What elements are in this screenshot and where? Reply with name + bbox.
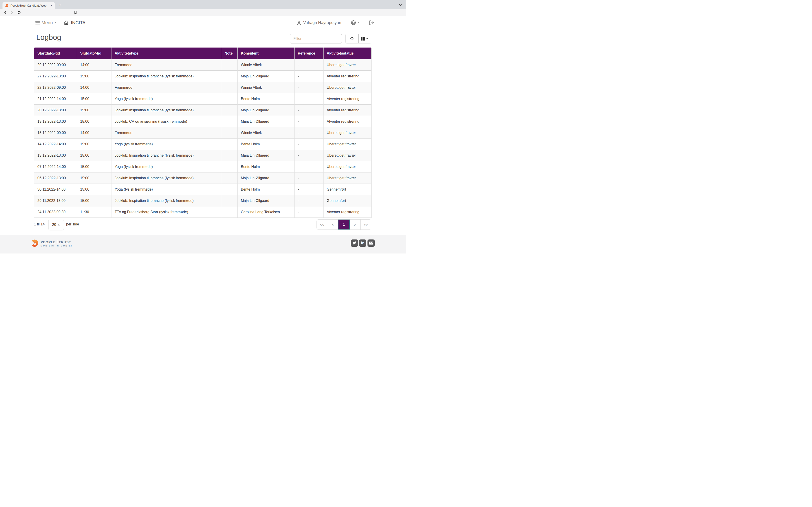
grid-icon <box>361 37 365 41</box>
browser-toolbar: incita.peopletrust.dk/candidate/?module=… <box>0 9 406 16</box>
next-page-button[interactable]: > <box>350 220 360 229</box>
tab-search-chevron-icon[interactable] <box>399 3 402 7</box>
column-header[interactable]: Reference <box>295 48 323 59</box>
table-row: 06.12.2022-13:0015:00Jobklub: Inspiratio… <box>34 172 371 184</box>
page-title: Logbog <box>36 33 61 42</box>
browser-tab[interactable]: PeopleTrust CandidateWeb × <box>2 2 55 9</box>
email-link[interactable] <box>367 239 375 247</box>
user-name: Vahagn Hayrapetyan <box>303 20 341 25</box>
linkedin-link[interactable]: in <box>359 239 366 247</box>
logout-icon <box>369 20 374 25</box>
cell-start: 19.12.2022-13:00 <box>34 116 77 127</box>
tab-strip: PeopleTrust CandidateWeb × + <box>0 0 406 9</box>
cell-end: 15:00 <box>77 172 111 184</box>
row-range-label: 1 til 14 <box>34 222 45 226</box>
refresh-icon <box>350 37 354 41</box>
cell-end: 15:00 <box>77 116 111 127</box>
cell-type: Jobklub: Inspiration til branche (fysisk… <box>111 105 221 116</box>
cell-type: Fremmøde <box>111 59 221 71</box>
cell-type: Fremmøde <box>111 82 221 93</box>
columns-button[interactable] <box>358 34 371 43</box>
filter-input[interactable] <box>290 34 342 44</box>
column-header[interactable]: Aktivitetstype <box>111 48 221 59</box>
home-link[interactable]: INCITA <box>63 20 86 25</box>
table-row: 27.12.2022-13:0015:00Jobklub: Inspiratio… <box>34 71 371 82</box>
column-header[interactable]: Note <box>221 48 238 59</box>
cell-status: Uberettiget fravær <box>323 59 371 71</box>
twitter-link[interactable] <box>351 239 358 247</box>
cell-consultant: Maja Lin Øllgaard <box>238 195 295 207</box>
peopletrust-mark-icon <box>31 239 39 248</box>
brand-label: INCITA <box>71 20 86 25</box>
cell-note <box>221 195 238 207</box>
close-tab-icon[interactable]: × <box>50 4 53 7</box>
cell-status: Afventer registrering <box>323 93 371 105</box>
page-size-select[interactable]: 20 <box>48 219 64 230</box>
column-header[interactable]: Konsulent <box>238 48 295 59</box>
cell-note <box>221 71 238 82</box>
cell-end: 15:00 <box>77 71 111 82</box>
table-row: 14.12.2022-14:0015:00Yoga (fysisk fremmø… <box>34 138 371 150</box>
cell-start: 24.11.2022-09:30 <box>34 207 77 218</box>
back-icon[interactable] <box>3 10 7 15</box>
chevron-down-icon <box>366 38 368 39</box>
column-header[interactable]: Aktivitetsstatus <box>323 48 371 59</box>
first-page-button[interactable]: << <box>317 220 327 229</box>
cell-reference: - <box>295 150 323 161</box>
logout-button[interactable] <box>369 20 374 25</box>
cell-start: 06.12.2022-13:00 <box>34 172 77 184</box>
cell-start: 15.12.2022-09:00 <box>34 127 77 138</box>
cell-reference: - <box>295 93 323 105</box>
logbook-table: Startdato/-tidSlutdato/-tidAktivitetstyp… <box>34 48 371 218</box>
page-size-value: 20 <box>52 223 56 227</box>
prev-page-button[interactable]: < <box>327 220 338 229</box>
cell-status: Uberettiget fravær <box>323 127 371 138</box>
column-header[interactable]: Slutdato/-tid <box>77 48 111 59</box>
cell-reference: - <box>295 161 323 172</box>
refresh-button[interactable] <box>346 34 358 43</box>
cell-type: Jobklub: Inspiration til branche (fysisk… <box>111 195 221 207</box>
cell-status: Afventer registrering <box>323 105 371 116</box>
cell-consultant: Bente Holm <box>238 161 295 172</box>
cell-reference: - <box>295 71 323 82</box>
table-header-row: Startdato/-tidSlutdato/-tidAktivitetstyp… <box>34 48 371 59</box>
table-row: 22.12.2022-09:0014:00FremmødeWinnie Albe… <box>34 82 371 93</box>
browser-window: PeopleTrust CandidateWeb × + incita.peop… <box>0 0 406 253</box>
cell-consultant: Bente Holm <box>238 93 295 105</box>
cell-start: 30.11.2022-14:00 <box>34 184 77 195</box>
cell-reference: - <box>295 138 323 150</box>
last-page-button[interactable]: >> <box>360 220 371 229</box>
cell-reference: - <box>295 105 323 116</box>
twitter-icon <box>352 241 357 245</box>
current-page-button[interactable]: 1 <box>338 220 350 229</box>
cell-note <box>221 93 238 105</box>
user-menu[interactable]: Vahagn Hayrapetyan <box>296 20 341 25</box>
cell-reference: - <box>295 116 323 127</box>
new-tab-icon[interactable]: + <box>58 2 61 8</box>
menu-button[interactable]: Menu <box>35 20 57 25</box>
cell-note <box>221 150 238 161</box>
cell-reference: - <box>295 82 323 93</box>
forward-icon[interactable] <box>9 10 14 15</box>
table-row: 19.12.2022-13:0015:00Jobklub: CV og ansø… <box>34 116 371 127</box>
cell-start: 22.12.2022-09:00 <box>34 82 77 93</box>
bookmark-icon[interactable] <box>73 10 78 15</box>
cell-consultant: Maja Lin Øllgaard <box>238 116 295 127</box>
cell-type: TTA og Frederiksberg Start (fysisk fremm… <box>111 207 221 218</box>
cell-status: Uberettiget fravær <box>323 138 371 150</box>
cell-status: Afventer registrering <box>323 207 371 218</box>
cell-consultant: Caroline Lang Terkelsen <box>238 207 295 218</box>
column-header[interactable]: Startdato/-tid <box>34 48 77 59</box>
cell-start: 27.12.2022-13:00 <box>34 71 77 82</box>
cell-end: 14:00 <box>77 127 111 138</box>
cell-reference: - <box>295 59 323 71</box>
cell-note <box>221 207 238 218</box>
cell-reference: - <box>295 127 323 138</box>
cell-status: Gennemført <box>323 195 371 207</box>
language-selector[interactable] <box>351 20 360 25</box>
cell-note <box>221 59 238 71</box>
cell-consultant: Maja Lin Øllgaard <box>238 172 295 184</box>
cell-note <box>221 161 238 172</box>
reload-icon[interactable] <box>17 10 21 15</box>
table-row: 13.12.2022-13:0015:00Jobklub: Inspiratio… <box>34 150 371 161</box>
